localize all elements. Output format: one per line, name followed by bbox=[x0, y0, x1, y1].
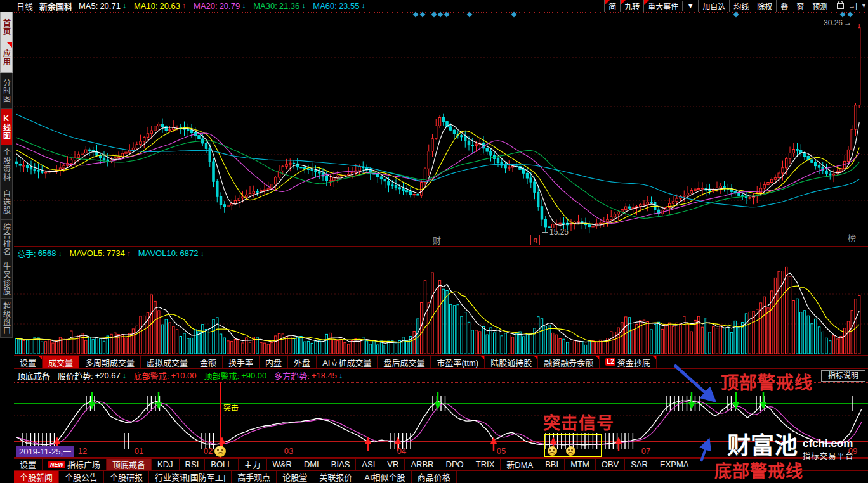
indicator-tab-19[interactable]: SAR bbox=[625, 459, 654, 470]
indicator-field-3: 多方趋势:+18.45↓ bbox=[274, 370, 343, 382]
indicator-field-label-2: 顶部警戒: bbox=[204, 370, 240, 382]
indicator-tab-label-5: BOLL bbox=[211, 460, 232, 469]
volume-tab-3[interactable]: 虚拟成交量 bbox=[141, 356, 194, 368]
bottom-tab-3[interactable]: 行业资讯[国防军工] bbox=[149, 471, 232, 483]
sidebar-item-7[interactable]: 牛叉诊股 bbox=[0, 259, 13, 299]
volume-tab-12[interactable]: 融资融券余额 bbox=[538, 356, 600, 368]
volume-tab-label-5: 换手率 bbox=[228, 356, 253, 368]
menu-button-4[interactable]: 加自选 bbox=[698, 0, 729, 12]
volume-chart[interactable] bbox=[14, 259, 868, 355]
indicator-tab-3[interactable]: KDJ bbox=[152, 459, 180, 470]
volume-tab-0[interactable]: 设置 bbox=[14, 356, 43, 368]
low-dash-icon bbox=[542, 232, 548, 233]
indicator-tab-7[interactable]: W&R bbox=[267, 459, 298, 470]
emoji-eye bbox=[571, 449, 573, 451]
ma-metric-value-4: 23.55 bbox=[339, 1, 360, 11]
bottom-tab-2[interactable]: 个股研报 bbox=[104, 471, 149, 483]
indicator-field-0: 股价趋势:+20.67↓ bbox=[58, 370, 126, 382]
period-label[interactable]: 日线 bbox=[16, 0, 33, 12]
volume-tab-7[interactable]: 外盘 bbox=[288, 356, 317, 368]
sidebar-item-6[interactable]: 综合排名 bbox=[0, 220, 13, 259]
sidebar-item-0[interactable]: 首页 bbox=[0, 12, 13, 42]
main-candlestick-chart[interactable] bbox=[14, 11, 868, 247]
sidebar-item-1[interactable]: 应用 bbox=[0, 42, 13, 73]
indicator-name: 顶底戒备 bbox=[17, 370, 50, 382]
indicator-tab-15[interactable]: 新DMA bbox=[501, 459, 539, 470]
indicator-field-value-2: +90.00 bbox=[241, 371, 266, 380]
indicator-tab-2[interactable]: 顶底戒备 bbox=[107, 459, 152, 470]
brand-tagline: 指标交易平台 bbox=[803, 450, 854, 461]
bottom-tab-7[interactable]: AI相似个股 bbox=[358, 471, 411, 483]
indicator-tab-14[interactable]: TRIX bbox=[470, 459, 501, 470]
menu-button-5[interactable]: 均线 bbox=[729, 0, 753, 12]
menu-button-0[interactable]: 简 bbox=[604, 0, 620, 12]
volume-tab-13[interactable]: L2资金抄底 bbox=[600, 356, 657, 368]
bottom-tab-6[interactable]: 关联报价 bbox=[313, 471, 358, 483]
bottom-tab-5[interactable]: 论股堂 bbox=[277, 471, 313, 483]
sidebar-item-label-4: 个股资料 bbox=[1, 148, 12, 181]
indicator-tab-5[interactable]: BOLL bbox=[205, 459, 238, 470]
indicator-tab-18[interactable]: OBV bbox=[596, 459, 625, 470]
bottom-tab-0[interactable]: 个股新闻 bbox=[14, 471, 59, 483]
sidebar-item-2[interactable]: 分时图 bbox=[0, 73, 13, 109]
ma-metric-4: MA60:23.55↓ bbox=[313, 1, 365, 11]
ma-metric-label-2: MA20: bbox=[194, 1, 218, 11]
indicator-tab-17[interactable]: MTM bbox=[565, 459, 596, 470]
sidebar-item-8[interactable]: 超级盘口 bbox=[0, 299, 13, 338]
bottom-tab-label-2: 个股研报 bbox=[110, 471, 143, 483]
menu-button-7[interactable]: 叠 bbox=[776, 0, 792, 12]
volume-metric-0: 总手:6568↓ bbox=[17, 247, 62, 259]
ma-metric-value-2: 20.79 bbox=[220, 1, 240, 11]
indicator-tab-0[interactable]: 设置 bbox=[14, 459, 43, 470]
badge-l2: L2 bbox=[605, 358, 615, 366]
indicator-tab-4[interactable]: RSI bbox=[180, 459, 206, 470]
x-axis-label-5: 05 bbox=[497, 446, 506, 456]
indicator-help-button[interactable]: 指标说明 bbox=[821, 370, 865, 382]
volume-tab-4[interactable]: 金额 bbox=[194, 356, 223, 368]
indicator-tab-12[interactable]: ARBR bbox=[405, 459, 440, 470]
bottom-tab-4[interactable]: 高手观点 bbox=[232, 471, 277, 483]
menu-button-2[interactable]: 重大事件 bbox=[643, 0, 682, 12]
indicator-field-value-1: +10.00 bbox=[171, 371, 196, 380]
sidebar-item-3[interactable]: K线图 bbox=[0, 109, 13, 145]
indicator-tab-label-16: BBI bbox=[545, 460, 558, 469]
ma-metric-value-3: 21.36 bbox=[279, 1, 300, 11]
volume-tab-8[interactable]: AI立桩成交量 bbox=[317, 356, 378, 368]
sidebar-item-5[interactable]: 自选股 bbox=[0, 184, 13, 220]
volume-tab-label-13: 资金抄底 bbox=[617, 356, 650, 368]
volume-tab-9[interactable]: 盘后成交量 bbox=[378, 356, 431, 368]
volume-tab-11[interactable]: 陆股通持股 bbox=[485, 356, 538, 368]
volume-tab-5[interactable]: 换手率 bbox=[223, 356, 260, 368]
menu-button-9[interactable]: 预测 bbox=[808, 0, 831, 12]
sad-emoji-icon-0 bbox=[214, 446, 226, 457]
menu-button-3[interactable]: ▼ bbox=[682, 1, 698, 11]
indicator-tab-16[interactable]: BBI bbox=[539, 459, 565, 470]
menu-button-6[interactable]: 除权 bbox=[753, 0, 776, 12]
indicator-tab-6[interactable]: 主力 bbox=[239, 459, 267, 470]
indicator-tab-13[interactable]: DPO bbox=[440, 459, 470, 470]
indicator-tab-1[interactable]: NEW指标广场 bbox=[43, 459, 107, 470]
indicator-tab-11[interactable]: VR bbox=[381, 459, 405, 470]
indicator-tab-9[interactable]: BIAS bbox=[326, 459, 357, 470]
collapse-icon[interactable]: →| bbox=[848, 2, 857, 10]
volume-tab-6[interactable]: 内盘 bbox=[260, 356, 288, 368]
bottom-tab-1[interactable]: 个股公告 bbox=[59, 471, 104, 483]
volume-tab-2[interactable]: 多周期成交量 bbox=[79, 356, 141, 368]
indicator-tab-8[interactable]: DMI bbox=[298, 459, 326, 470]
indicator-tab-label-2: 顶底戒备 bbox=[112, 458, 145, 470]
bottom-tab-8[interactable]: 商品价格 bbox=[412, 471, 457, 483]
indicator-field-label-0: 股价趋势: bbox=[58, 370, 93, 382]
indicator-tab-10[interactable]: ASI bbox=[356, 459, 381, 470]
volume-tab-1[interactable]: 成交量 bbox=[43, 356, 79, 368]
menu-button-8[interactable]: 窗 bbox=[792, 0, 808, 12]
menu-dropdown-icon[interactable]: ▼ bbox=[861, 3, 867, 9]
sidebar-item-4[interactable]: 个股资料 bbox=[0, 145, 13, 184]
bottom-tab-label-6: 关联报价 bbox=[319, 471, 352, 483]
indicator-tab-20[interactable]: EXPMA bbox=[654, 459, 695, 470]
brand-name: 财富池 bbox=[727, 434, 798, 459]
volume-metric-label-2: MAVOL10: bbox=[138, 248, 178, 258]
volume-tab-10[interactable]: 市盈率(ttm) bbox=[431, 356, 485, 368]
menu-button-1[interactable]: 九转 bbox=[620, 0, 643, 12]
indicator-tab-label-12: ARBR bbox=[411, 460, 433, 469]
lock-icon[interactable] bbox=[837, 3, 844, 9]
